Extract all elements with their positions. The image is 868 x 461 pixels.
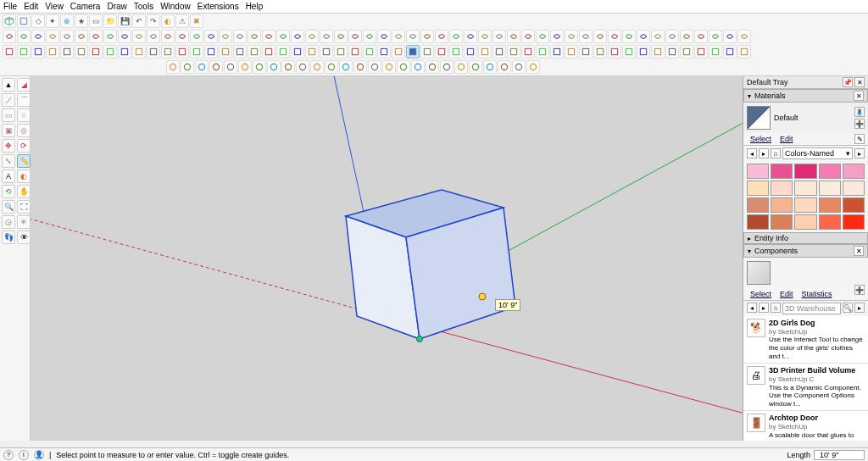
ext-tool-21[interactable] bbox=[305, 30, 319, 43]
materials-back-icon[interactable]: ◂ bbox=[747, 148, 757, 158]
ext3-tool-5[interactable] bbox=[238, 60, 252, 74]
ext2-tool-31[interactable] bbox=[449, 45, 463, 58]
gear-icon[interactable]: ✖ bbox=[190, 14, 203, 28]
ext-tool-3[interactable] bbox=[46, 30, 59, 43]
zoom-tool[interactable]: 🔍 bbox=[2, 200, 15, 214]
ext-tool-2[interactable] bbox=[31, 30, 45, 43]
material-create-icon[interactable]: ➕ bbox=[854, 119, 865, 129]
menu-draw[interactable]: Draw bbox=[107, 2, 126, 11]
ext2-tool-41[interactable] bbox=[593, 45, 607, 58]
swatch-1[interactable] bbox=[771, 164, 793, 179]
ext-tool-16[interactable] bbox=[233, 30, 247, 43]
wand-icon[interactable]: ✦ bbox=[46, 14, 59, 28]
ext-tool-45[interactable] bbox=[651, 30, 665, 43]
warn-icon[interactable]: ⚠ bbox=[175, 14, 189, 28]
ext2-tool-28[interactable] bbox=[406, 45, 420, 58]
scale-tool[interactable]: ⤡ bbox=[2, 154, 15, 168]
ext-tool-8[interactable] bbox=[118, 30, 131, 43]
protractor-tool[interactable]: ◶ bbox=[2, 215, 15, 229]
ext-tool-5[interactable] bbox=[75, 30, 88, 43]
swatch-11[interactable] bbox=[771, 197, 793, 213]
ext3-tool-19[interactable] bbox=[440, 60, 453, 74]
ext2-tool-43[interactable] bbox=[622, 45, 636, 58]
ext2-tool-50[interactable] bbox=[723, 45, 737, 58]
materials-home-icon[interactable]: ⌂ bbox=[771, 148, 781, 158]
ext-tool-13[interactable] bbox=[190, 30, 203, 43]
ext3-tool-20[interactable] bbox=[454, 60, 468, 74]
walk-tool[interactable]: 👣 bbox=[2, 230, 15, 244]
menu-tools[interactable]: Tools bbox=[134, 2, 153, 11]
ext2-tool-45[interactable] bbox=[651, 45, 665, 58]
ext3-tool-6[interactable] bbox=[253, 60, 266, 74]
ext2-tool-8[interactable] bbox=[118, 45, 131, 58]
ext3-tool-16[interactable] bbox=[397, 60, 410, 74]
materials-tab-select[interactable]: Select bbox=[747, 134, 775, 144]
menu-file[interactable]: File bbox=[3, 2, 17, 11]
material-thumb[interactable] bbox=[747, 106, 771, 130]
components-menu-icon[interactable]: ▸ bbox=[854, 303, 865, 313]
ext3-tool-1[interactable] bbox=[181, 60, 194, 74]
ext-tool-39[interactable] bbox=[565, 30, 578, 43]
ext-tool-26[interactable] bbox=[377, 30, 391, 43]
ext-tool-46[interactable] bbox=[665, 30, 679, 43]
swatch-10[interactable] bbox=[747, 197, 769, 213]
look-tool[interactable]: 👁 bbox=[17, 230, 31, 244]
ext2-tool-12[interactable] bbox=[175, 45, 189, 58]
swatch-13[interactable] bbox=[819, 197, 841, 213]
ext-tool-41[interactable] bbox=[593, 30, 607, 43]
components-home-icon[interactable]: ⌂ bbox=[771, 303, 781, 313]
ext-tool-30[interactable] bbox=[435, 30, 448, 43]
ext-tool-42[interactable] bbox=[608, 30, 621, 43]
ext-tool-10[interactable] bbox=[147, 30, 160, 43]
eraser-tool[interactable]: ◢ bbox=[17, 78, 31, 92]
ext2-tool-37[interactable] bbox=[536, 45, 549, 58]
ext-tool-6[interactable] bbox=[89, 30, 103, 43]
components-fwd-icon[interactable]: ▸ bbox=[759, 303, 769, 313]
ext2-tool-23[interactable] bbox=[334, 45, 348, 58]
ext-tool-18[interactable] bbox=[262, 30, 275, 43]
ext3-tool-4[interactable] bbox=[224, 60, 237, 74]
ext2-tool-15[interactable] bbox=[219, 45, 232, 58]
ext2-tool-44[interactable] bbox=[637, 45, 650, 58]
ext2-tool-20[interactable] bbox=[291, 45, 304, 58]
ext-tool-0[interactable] bbox=[3, 30, 16, 43]
user-icon[interactable]: 👤 bbox=[34, 450, 44, 460]
ext3-tool-3[interactable] bbox=[209, 60, 223, 74]
tray-header[interactable]: Default Tray 📌 ✕ bbox=[743, 76, 868, 89]
components-header[interactable]: ▾ Components ✕ bbox=[743, 244, 868, 258]
ext2-tool-47[interactable] bbox=[680, 45, 693, 58]
ext3-tool-25[interactable] bbox=[526, 60, 540, 74]
push-tool[interactable]: ▣ bbox=[2, 124, 15, 137]
ext2-tool-1[interactable] bbox=[17, 45, 31, 58]
components-search-input[interactable]: 3D Warehouse bbox=[782, 303, 841, 314]
materials-library-dropdown[interactable]: Colors-Named ▾ bbox=[782, 147, 853, 159]
ext3-tool-21[interactable] bbox=[469, 60, 482, 74]
swatch-2[interactable] bbox=[794, 164, 816, 179]
components-close-icon[interactable]: ✕ bbox=[854, 246, 864, 256]
ext3-tool-11[interactable] bbox=[325, 60, 338, 74]
ext2-tool-7[interactable] bbox=[103, 45, 117, 58]
swatch-9[interactable] bbox=[843, 181, 865, 196]
swatch-3[interactable] bbox=[819, 164, 841, 179]
ext2-tool-22[interactable] bbox=[320, 45, 333, 58]
ext2-tool-39[interactable] bbox=[565, 45, 578, 58]
ext-tool-40[interactable] bbox=[579, 30, 593, 43]
materials-tab-edit[interactable]: Edit bbox=[776, 134, 797, 144]
swatch-8[interactable] bbox=[819, 181, 841, 196]
ext2-tool-5[interactable] bbox=[75, 45, 88, 58]
ext-tool-33[interactable] bbox=[478, 30, 492, 43]
swatch-0[interactable] bbox=[747, 164, 769, 179]
ext2-tool-4[interactable] bbox=[60, 45, 74, 58]
ext2-tool-19[interactable] bbox=[276, 45, 290, 58]
ext3-tool-10[interactable] bbox=[310, 60, 324, 74]
ext-tool-14[interactable] bbox=[204, 30, 218, 43]
swatch-5[interactable] bbox=[747, 181, 769, 196]
ext-tool-28[interactable] bbox=[406, 30, 420, 43]
component-thumb[interactable] bbox=[747, 261, 771, 285]
swatch-12[interactable] bbox=[794, 197, 816, 213]
rotate-tool[interactable]: ⟳ bbox=[17, 139, 31, 153]
ext2-tool-40[interactable] bbox=[579, 45, 593, 58]
ext-tool-43[interactable] bbox=[622, 30, 636, 43]
ext-tool-38[interactable] bbox=[550, 30, 564, 43]
ext-tool-17[interactable] bbox=[248, 30, 261, 43]
